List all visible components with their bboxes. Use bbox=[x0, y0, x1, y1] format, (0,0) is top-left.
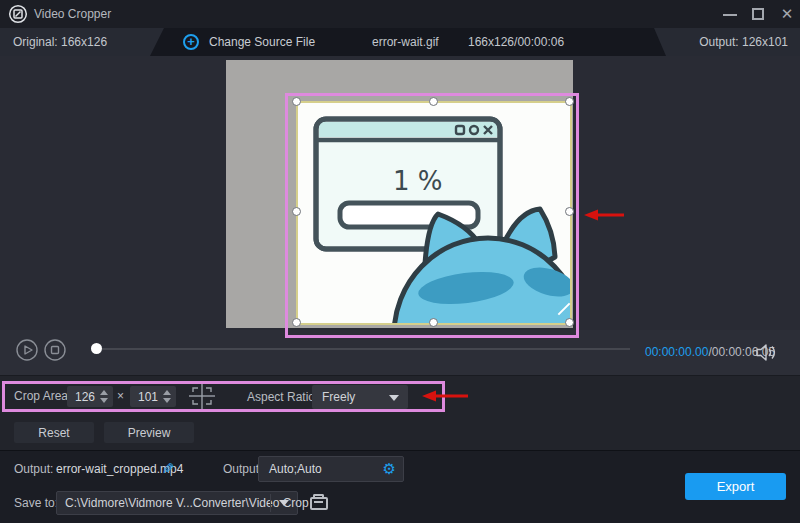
crop-handle-middle-left[interactable] bbox=[292, 207, 301, 216]
crop-controls-section: Crop Area: × Aspect Ratio: Freely Reset … bbox=[0, 375, 800, 450]
cartoon-frame: 1 % bbox=[298, 103, 570, 323]
crop-area-label: Crop Area: bbox=[14, 386, 71, 407]
crop-handle-top-center[interactable] bbox=[429, 97, 438, 106]
annotation-arrow-controls-icon bbox=[422, 389, 468, 403]
maximize-button[interactable] bbox=[746, 0, 770, 28]
output-profile-value: Auto;Auto bbox=[269, 457, 322, 481]
aspect-ratio-dropdown[interactable]: Freely bbox=[312, 385, 408, 409]
open-folder-button[interactable] bbox=[306, 492, 332, 514]
spin-up-icon[interactable] bbox=[100, 390, 108, 395]
chevron-down-icon[interactable] bbox=[279, 500, 289, 506]
chevron-down-icon bbox=[389, 395, 399, 401]
volume-button[interactable] bbox=[756, 344, 778, 361]
edit-filename-icon[interactable]: ✎ bbox=[162, 456, 175, 482]
close-button[interactable]: ✕ bbox=[774, 0, 800, 28]
change-source-file-label: Change Source File bbox=[209, 28, 315, 56]
annotation-arrow-crop-icon bbox=[584, 208, 624, 222]
export-button[interactable]: Export bbox=[685, 473, 786, 500]
crop-handle-bottom-left[interactable] bbox=[292, 318, 301, 327]
spin-down-icon[interactable] bbox=[100, 398, 108, 403]
stop-button[interactable] bbox=[44, 339, 66, 361]
info-bar: Original: 166x126 + Change Source File e… bbox=[0, 28, 800, 56]
crop-height-stepper[interactable] bbox=[130, 386, 176, 407]
combobox-divider bbox=[270, 494, 271, 512]
crop-position-button[interactable] bbox=[189, 383, 215, 409]
reset-button[interactable]: Reset bbox=[14, 422, 94, 443]
minimize-button[interactable] bbox=[718, 0, 742, 28]
bottom-bar: Output: error-wait_cropped.mp4 ✎ Output:… bbox=[0, 450, 800, 523]
source-size-duration: 166x126/00:00:06 bbox=[468, 28, 564, 56]
app-logo-icon bbox=[8, 4, 28, 24]
speaker-icon bbox=[757, 345, 766, 360]
crop-handle-top-left[interactable] bbox=[292, 97, 301, 106]
playback-bar: 00:00:00.00/00:00:06.05 bbox=[0, 330, 800, 375]
aspect-ratio-value: Freely bbox=[322, 385, 355, 409]
aspect-ratio-label: Aspect Ratio: bbox=[247, 386, 318, 409]
crop-handle-middle-right[interactable] bbox=[565, 207, 574, 216]
crop-height-spin-arrows bbox=[163, 388, 173, 405]
output-profile-label: Output: bbox=[223, 456, 262, 482]
maximize-icon bbox=[752, 8, 764, 20]
minimize-icon bbox=[723, 14, 737, 16]
original-size-tab: Original: 166x126 bbox=[0, 28, 164, 56]
preview-button[interactable]: Preview bbox=[104, 422, 194, 443]
spin-up-icon[interactable] bbox=[163, 390, 171, 395]
play-icon bbox=[25, 346, 32, 354]
save-path-value: C:\Vidmore\Vidmore V...Converter\Video C… bbox=[65, 492, 309, 514]
crop-width-stepper[interactable] bbox=[67, 386, 113, 407]
crop-handle-top-right[interactable] bbox=[565, 97, 574, 106]
output-filename-label: Output: bbox=[14, 456, 53, 482]
crop-handle-bottom-center[interactable] bbox=[429, 318, 438, 327]
plus-icon: + bbox=[183, 34, 199, 50]
window-title: Video Cropper bbox=[34, 0, 111, 28]
crop-handle-bottom-right[interactable] bbox=[565, 318, 574, 327]
spin-down-icon[interactable] bbox=[163, 398, 171, 403]
output-profile-dropdown[interactable]: Auto;Auto ⚙ bbox=[258, 456, 404, 482]
crop-width-input[interactable] bbox=[67, 386, 97, 407]
crop-width-spin-arrows bbox=[100, 388, 110, 405]
dimensions-times-symbol: × bbox=[117, 386, 124, 407]
save-path-combobox[interactable]: C:\Vidmore\Vidmore V...Converter\Video C… bbox=[56, 491, 298, 515]
folder-icon bbox=[310, 497, 328, 510]
crop-selection-region[interactable]: 1 % bbox=[296, 101, 572, 325]
crop-height-input[interactable] bbox=[130, 386, 160, 407]
seek-slider-knob[interactable] bbox=[91, 343, 102, 354]
gear-icon[interactable]: ⚙ bbox=[383, 457, 396, 481]
seek-slider-track[interactable] bbox=[100, 348, 630, 350]
source-filename: error-wait.gif bbox=[372, 28, 439, 56]
play-button[interactable] bbox=[16, 339, 38, 361]
current-time: 00:00:00.00 bbox=[645, 345, 708, 359]
save-to-label: Save to: bbox=[14, 491, 58, 515]
title-bar: Video Cropper ✕ bbox=[0, 0, 800, 28]
crop-position-icon bbox=[189, 383, 215, 409]
stop-icon bbox=[52, 347, 59, 354]
preview-area: 1 % bbox=[0, 56, 800, 330]
cartoon-percent-text: 1 % bbox=[393, 166, 443, 196]
output-size-tab: Output: 126x101 bbox=[636, 28, 800, 56]
